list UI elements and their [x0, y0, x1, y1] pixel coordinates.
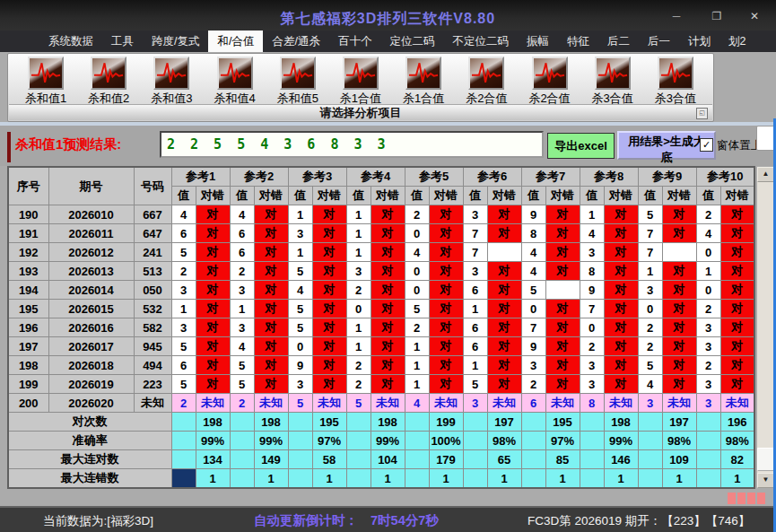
- cell-value[interactable]: 0: [696, 281, 720, 300]
- tool-button-10[interactable]: 杀3合值: [647, 57, 704, 107]
- cell-value[interactable]: 7: [463, 224, 487, 243]
- cell-result[interactable]: 未知: [720, 394, 754, 413]
- menu-item-3[interactable]: 和/合值: [208, 31, 263, 52]
- form-on-top-checkbox[interactable]: ✓: [700, 138, 713, 152]
- summary-gap-cell[interactable]: [521, 413, 545, 432]
- cell-result[interactable]: 对: [312, 205, 346, 224]
- cell-value[interactable]: 8: [580, 262, 604, 281]
- cell-value[interactable]: 3: [288, 224, 312, 243]
- cell-value[interactable]: 5: [521, 281, 545, 300]
- cell-value[interactable]: 5: [230, 375, 254, 394]
- summary-value[interactable]: 179: [429, 450, 463, 469]
- cell-value[interactable]: 3: [580, 243, 604, 262]
- menu-item-7[interactable]: 不定位二码: [443, 31, 518, 52]
- cell-value[interactable]: 0: [638, 300, 662, 318]
- cell-value[interactable]: 5: [463, 375, 487, 394]
- cell-result[interactable]: 对: [254, 337, 288, 356]
- cell-result[interactable]: 对: [312, 356, 346, 375]
- cell-value[interactable]: 4: [696, 224, 720, 243]
- summary-value[interactable]: 1: [487, 469, 521, 489]
- tool-button-1[interactable]: 杀和值2: [80, 57, 137, 107]
- cell-result[interactable]: 对: [545, 205, 580, 224]
- summary-value[interactable]: 195: [312, 413, 346, 432]
- cell-value[interactable]: 2: [696, 205, 720, 224]
- summary-gap-cell[interactable]: [405, 432, 429, 450]
- tool-button-3[interactable]: 杀和值4: [206, 57, 264, 107]
- summary-value[interactable]: 134: [196, 450, 230, 469]
- cell-value[interactable]: 5: [171, 375, 196, 394]
- summary-value[interactable]: 1: [312, 469, 346, 489]
- summary-value[interactable]: 149: [254, 450, 288, 469]
- cell-result[interactable]: 对: [429, 318, 463, 337]
- cell-result[interactable]: 对: [662, 356, 696, 375]
- cell-value[interactable]: 2: [696, 300, 720, 318]
- cell-result[interactable]: 未知: [254, 394, 288, 413]
- cell-value[interactable]: 5: [638, 356, 662, 375]
- summary-gap-cell[interactable]: [696, 469, 720, 489]
- summary-gap-cell[interactable]: [405, 450, 429, 469]
- cell-result[interactable]: 对: [429, 337, 463, 356]
- cell-result[interactable]: 对: [604, 300, 638, 318]
- cell-value[interactable]: 4: [405, 243, 429, 262]
- cell-result[interactable]: 对: [371, 224, 405, 243]
- summary-gap-cell[interactable]: [463, 450, 487, 469]
- cell-result[interactable]: 对: [429, 300, 463, 318]
- cell-result[interactable]: 对: [720, 243, 754, 262]
- cell-result[interactable]: 对: [254, 243, 288, 262]
- summary-gap-cell[interactable]: [638, 469, 662, 489]
- menu-item-12[interactable]: 计划: [679, 31, 719, 52]
- cell-result[interactable]: 未知: [604, 394, 638, 413]
- cell-value[interactable]: 2: [405, 205, 429, 224]
- summary-value[interactable]: 109: [662, 450, 696, 469]
- summary-value[interactable]: 198: [604, 413, 638, 432]
- cell-value[interactable]: 3: [580, 375, 604, 394]
- cell-result[interactable]: 对: [312, 318, 346, 337]
- summary-gap-cell[interactable]: [405, 469, 429, 489]
- cell-value[interactable]: 6: [463, 337, 487, 356]
- summary-gap-cell[interactable]: [696, 450, 720, 469]
- menu-item-13[interactable]: 划2: [719, 31, 754, 52]
- scrollbar-thumb[interactable]: [757, 448, 774, 471]
- cell-result[interactable]: 对: [487, 281, 521, 300]
- cell-result[interactable]: 对: [429, 205, 463, 224]
- cell-result[interactable]: 对: [662, 205, 696, 224]
- cell-result[interactable]: 对: [662, 224, 696, 243]
- cell-value[interactable]: 1: [230, 300, 254, 318]
- cell-result[interactable]: 对: [254, 356, 288, 375]
- summary-gap-cell[interactable]: [288, 432, 312, 450]
- cell-result[interactable]: 对: [312, 375, 346, 394]
- summary-value[interactable]: 98%: [662, 432, 696, 450]
- summary-value[interactable]: 198: [254, 413, 288, 432]
- cell-value[interactable]: 1: [405, 375, 429, 394]
- cell-result[interactable]: 对: [720, 356, 754, 375]
- cell-result[interactable]: 对: [429, 356, 463, 375]
- cell-value[interactable]: 7: [463, 243, 487, 262]
- cell-result[interactable]: 对: [662, 300, 696, 318]
- cell-result[interactable]: 对: [487, 318, 521, 337]
- close-icon[interactable]: ✕: [740, 7, 769, 25]
- cell-value[interactable]: 5: [288, 300, 312, 318]
- cell-result[interactable]: 对: [604, 205, 638, 224]
- cell-value[interactable]: 3: [638, 394, 662, 413]
- cell-value[interactable]: 3: [638, 281, 662, 300]
- cell-value[interactable]: 2: [346, 281, 371, 300]
- cell-value[interactable]: 0: [405, 262, 429, 281]
- cell-value[interactable]: 2: [346, 356, 371, 375]
- summary-gap-cell[interactable]: [405, 413, 429, 432]
- cell-value[interactable]: 0: [696, 243, 720, 262]
- cell-result[interactable]: 对: [196, 224, 230, 243]
- cell-value[interactable]: 9: [288, 356, 312, 375]
- menu-item-10[interactable]: 后二: [598, 31, 639, 52]
- cell-result[interactable]: 对: [604, 243, 638, 262]
- cell-value[interactable]: 9: [521, 205, 545, 224]
- menu-item-11[interactable]: 后一: [639, 31, 679, 52]
- cell-value[interactable]: 7: [521, 318, 545, 337]
- menu-item-5[interactable]: 百十个: [329, 31, 381, 52]
- summary-gap-cell[interactable]: [521, 450, 545, 469]
- summary-value[interactable]: 199: [429, 413, 463, 432]
- cell-result[interactable]: 对: [196, 243, 230, 262]
- cell-result[interactable]: 对: [545, 318, 580, 337]
- minimize-icon[interactable]: ─: [662, 7, 691, 25]
- cell-result[interactable]: 对: [604, 262, 638, 281]
- cell-value[interactable]: 2: [346, 375, 371, 394]
